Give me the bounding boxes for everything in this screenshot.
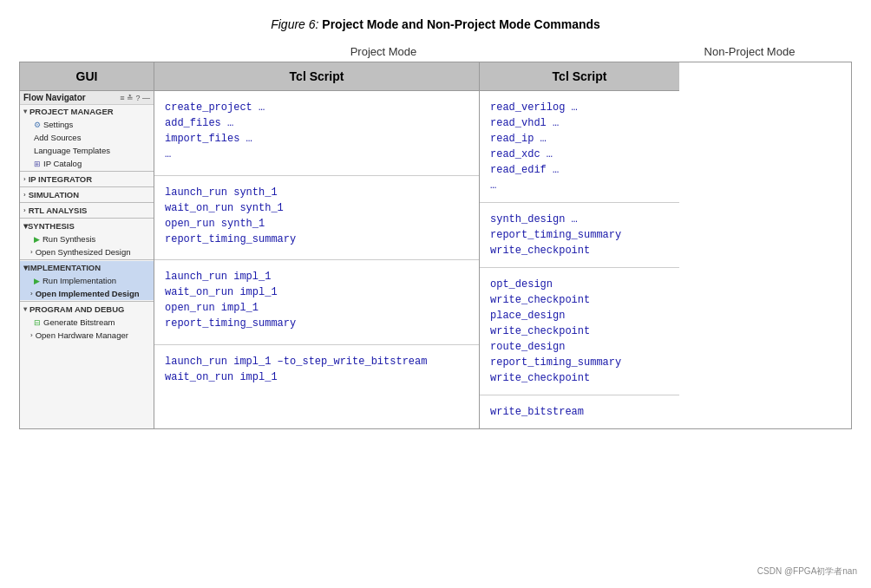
nonproj-block-2-text: synth_design … report_timing_summary wri… (490, 213, 621, 257)
pm-label: PROJECT MANAGER (29, 107, 114, 116)
tcl-block-4: launch_run impl_1 –to_step_write_bitstre… (154, 345, 479, 429)
open-hw-label: Open Hardware Manager (36, 330, 128, 340)
section-synthesis: ▾ SYNTHESIS ▶ Run Synthesis › Open Synth… (20, 219, 154, 258)
run-synthesis-label: Run Synthesis (43, 234, 95, 244)
language-templates-item[interactable]: Language Templates (20, 144, 154, 157)
topbar-icons: ≡ ≛ ? — (120, 94, 150, 102)
add-sources-label: Add Sources (34, 133, 81, 142)
settings-label: Settings (43, 120, 73, 129)
synth-open-arrow: › (30, 248, 33, 256)
section-program-debug: ▾ PROGRAM AND DEBUG ⊟ Generate Bitstream… (20, 303, 154, 342)
impl-label: IMPLEMENTATION (28, 263, 101, 272)
gui-panel: Flow Navigator ≡ ≛ ? — ▾ PROJECT MANAGER… (20, 91, 154, 428)
gear-icon: ⚙ (34, 121, 41, 129)
synth-label: SYNTHESIS (28, 221, 75, 231)
ip-catalog-label: IP Catalog (43, 159, 82, 168)
run-synthesis-icon: ▶ (34, 235, 40, 244)
nonproj-block-4: write_bitstream (480, 395, 679, 428)
nonproj-block-1: read_verilog … read_vhdl … read_ip … rea… (480, 91, 679, 203)
nonproj-block-4-text: write_bitstream (490, 406, 584, 418)
impl-open-arrow: › (30, 290, 33, 297)
pm-arrow: ▾ (23, 108, 27, 115)
ip-integrator-arrow: › (23, 175, 26, 183)
nonproj-mode-label: Non-Project Mode (650, 45, 849, 58)
tcl-block-4-text: launch_run impl_1 –to_step_write_bitstre… (165, 356, 427, 383)
open-hw-manager-item[interactable]: › Open Hardware Manager (20, 329, 154, 342)
tcl-column-header: Tcl Script (154, 62, 479, 91)
nonproj-column: Tcl Script read_verilog … read_vhdl … re… (480, 62, 679, 428)
modes-header: Project Mode Non-Project Mode (19, 45, 852, 58)
rtl-arrow: › (23, 206, 26, 214)
tcl-block-2-text: launch_run synth_1 wait_on_run synth_1 o… (165, 186, 296, 245)
tcl-content: create_project … add_files … import_file… (154, 91, 479, 428)
figure-title-bold: Project Mode and Non-Project Mode Comman… (318, 17, 599, 31)
add-sources-item[interactable]: Add Sources (20, 131, 154, 144)
generate-bitstream-item[interactable]: ⊟ Generate Bitstream (20, 316, 154, 329)
tcl-block-1: create_project … add_files … import_file… (154, 91, 479, 176)
ip-integrator-header[interactable]: › IP INTEGRATOR (20, 173, 154, 186)
settings-item[interactable]: ⚙ Settings (20, 118, 154, 131)
flow-navigator-topbar: Flow Navigator ≡ ≛ ? — (20, 91, 154, 105)
generate-bitstream-label: Generate Bitstream (43, 317, 115, 327)
nonproj-column-header: Tcl Script (480, 62, 679, 91)
language-templates-label: Language Templates (34, 146, 110, 155)
project-mode-label: Project Mode (154, 45, 613, 58)
synthesis-header[interactable]: ▾ SYNTHESIS (20, 219, 154, 232)
implementation-header[interactable]: ▾ IMPLEMENTATION (20, 261, 154, 274)
open-implemented-label: Open Implemented Design (36, 289, 140, 298)
sim-arrow: › (23, 191, 26, 199)
tcl-block-3-text: launch_run impl_1 wait_on_run impl_1 ope… (165, 271, 296, 330)
figure-title: Figure 6: Project Mode and Non-Project M… (271, 17, 600, 31)
ip-catalog-item[interactable]: ⊞ IP Catalog (20, 157, 154, 170)
tcl-block-2: launch_run synth_1 wait_on_run synth_1 o… (154, 176, 479, 261)
open-implemented-item[interactable]: › Open Implemented Design (20, 287, 154, 300)
rtl-label: RTL ANALYSIS (29, 206, 88, 215)
program-debug-header[interactable]: ▾ PROGRAM AND DEBUG (20, 303, 154, 316)
main-table: GUI Flow Navigator ≡ ≛ ? — ▾ PROJECT MAN… (19, 62, 852, 429)
simulation-header[interactable]: › SIMULATION (20, 188, 154, 201)
tcl-block-3: launch_run impl_1 wait_on_run impl_1 ope… (154, 260, 479, 345)
sim-label: SIMULATION (29, 190, 79, 199)
run-impl-label: Run Implementation (43, 276, 116, 285)
tcl-block-1-text: create_project … add_files … import_file… (165, 101, 265, 160)
run-synthesis-item[interactable]: ▶ Run Synthesis (20, 232, 154, 245)
open-synthesized-label: Open Synthesized Design (36, 247, 131, 257)
open-synthesized-item[interactable]: › Open Synthesized Design (20, 245, 154, 258)
section-implementation: ▾ IMPLEMENTATION ▶ Run Implementation › … (20, 261, 154, 300)
tcl-column: Tcl Script create_project … add_files … … (154, 62, 480, 428)
run-implementation-item[interactable]: ▶ Run Implementation (20, 274, 154, 287)
nonproj-block-3: opt_design write_checkpoint place_design… (480, 268, 679, 395)
gui-column: GUI Flow Navigator ≡ ≛ ? — ▾ PROJECT MAN… (20, 62, 154, 428)
ip-catalog-icon: ⊞ (34, 160, 41, 168)
nonproj-block-1-text: read_verilog … read_vhdl … read_ip … rea… (490, 101, 578, 192)
bitstream-icon: ⊟ (34, 318, 41, 327)
nonproj-content: read_verilog … read_vhdl … read_ip … rea… (480, 91, 679, 428)
prog-label: PROGRAM AND DEBUG (29, 304, 124, 314)
gui-column-header: GUI (20, 62, 154, 91)
ip-integrator-label: IP INTEGRATOR (29, 174, 92, 184)
rtl-analysis-header[interactable]: › RTL ANALYSIS (20, 204, 154, 217)
section-project-manager: ▾ PROJECT MANAGER ⚙ Settings Add Sources… (20, 105, 154, 170)
figure-title-italic: Figure 6: (271, 17, 318, 31)
nonproj-block-3-text: opt_design write_checkpoint place_design… (490, 278, 621, 384)
run-impl-icon: ▶ (34, 277, 40, 285)
prog-arrow: ▾ (23, 305, 27, 313)
watermark: CSDN @FPGA初学者nan (757, 565, 857, 578)
nonproj-block-2: synth_design … report_timing_summary wri… (480, 203, 679, 268)
project-manager-header[interactable]: ▾ PROJECT MANAGER (20, 105, 154, 118)
flow-navigator-title: Flow Navigator (23, 93, 86, 102)
hw-arrow: › (30, 331, 33, 339)
